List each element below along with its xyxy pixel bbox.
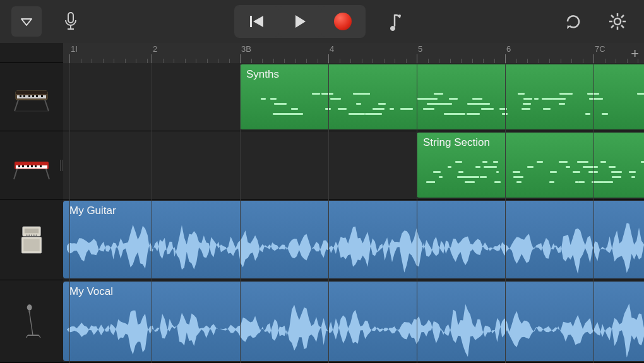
svg-rect-32: [35, 165, 37, 167]
lane-strings[interactable]: String Section: [63, 131, 644, 199]
region-title: String Section: [417, 133, 644, 153]
ruler-label: 1I: [71, 44, 78, 54]
svg-rect-20: [32, 95, 34, 97]
ruler-label: 2: [153, 44, 157, 54]
ruler-label: 6: [506, 44, 511, 54]
svg-point-42: [35, 234, 37, 235]
svg-rect-46: [28, 310, 30, 312]
region-title: Synths: [240, 64, 644, 85]
ruler-label: 3B: [241, 44, 251, 54]
record-icon: [334, 13, 352, 30]
settings-button[interactable]: [602, 6, 633, 37]
svg-rect-29: [22, 165, 24, 167]
svg-line-11: [621, 25, 624, 28]
region-vocal[interactable]: My Vocal: [63, 282, 644, 361]
ruler-label: 4: [330, 44, 334, 54]
svg-point-38: [26, 234, 27, 235]
svg-point-39: [28, 234, 30, 235]
svg-line-10: [611, 15, 614, 18]
svg-line-35: [46, 169, 49, 179]
lane-vocal[interactable]: My Vocal: [63, 280, 644, 363]
mic-stand-icon: [9, 302, 54, 340]
track-header-strings[interactable]: [0, 131, 63, 199]
svg-rect-33: [40, 165, 42, 167]
timeline-ruler[interactable]: + 1I23B4567C: [63, 43, 644, 63]
svg-point-45: [27, 304, 32, 310]
svg-rect-21: [36, 95, 38, 97]
svg-rect-18: [23, 95, 25, 97]
svg-line-49: [26, 335, 28, 338]
transport-controls: [234, 5, 366, 38]
svg-rect-31: [31, 165, 33, 167]
svg-rect-28: [18, 165, 20, 167]
note-settings-button[interactable]: [379, 6, 410, 37]
svg-line-47: [30, 312, 33, 335]
track-header-guitar[interactable]: [0, 199, 63, 280]
svg-rect-19: [28, 95, 30, 97]
svg-rect-3: [250, 16, 252, 27]
lane-synth[interactable]: Synths: [63, 63, 644, 131]
svg-line-23: [15, 100, 18, 111]
svg-line-12: [621, 15, 624, 18]
svg-line-24: [45, 100, 49, 111]
tracks-dropdown-button[interactable]: [11, 6, 42, 37]
rewind-button[interactable]: [236, 6, 278, 37]
svg-point-40: [31, 234, 32, 235]
region-strings[interactable]: String Section: [417, 133, 644, 198]
svg-line-13: [611, 25, 614, 28]
red-keyboard-icon: [9, 146, 54, 184]
svg-rect-0: [68, 13, 73, 23]
amp-icon: [9, 221, 54, 259]
ruler-label: 7C: [595, 44, 605, 54]
ruler-label: 5: [418, 44, 422, 54]
svg-rect-37: [25, 229, 39, 234]
track-headers: [0, 43, 63, 363]
synth-keyboard-icon: [9, 78, 54, 116]
play-button[interactable]: [278, 6, 321, 37]
svg-rect-17: [20, 95, 21, 97]
svg-line-50: [39, 335, 40, 338]
region-title: My Vocal: [63, 282, 644, 302]
lane-guitar[interactable]: My Guitar: [63, 199, 644, 280]
timeline-area[interactable]: + 1I23B4567C SynthsString SectionMy Guit…: [63, 43, 644, 363]
svg-rect-22: [41, 95, 43, 97]
svg-rect-15: [16, 91, 47, 94]
svg-point-41: [33, 234, 35, 235]
svg-rect-30: [27, 165, 29, 167]
arrangement-view: + 1I23B4567C SynthsString SectionMy Guit…: [0, 43, 644, 363]
region-synth[interactable]: Synths: [240, 64, 644, 129]
track-header-vocal[interactable]: [0, 280, 63, 363]
microphone-icon[interactable]: [56, 6, 86, 37]
svg-point-4: [398, 15, 401, 17]
top-toolbar: [0, 0, 644, 43]
region-guitar[interactable]: My Guitar: [63, 201, 644, 278]
track-header-synth[interactable]: [0, 63, 63, 131]
ruler-spacer: [0, 43, 63, 63]
svg-rect-44: [23, 239, 40, 251]
track-lanes: SynthsString SectionMy GuitarMy Vocal: [63, 63, 644, 363]
svg-line-34: [14, 169, 17, 179]
loop-button[interactable]: [558, 6, 588, 37]
region-title: My Guitar: [63, 201, 644, 221]
svg-point-5: [614, 18, 621, 25]
record-button[interactable]: [321, 6, 364, 37]
